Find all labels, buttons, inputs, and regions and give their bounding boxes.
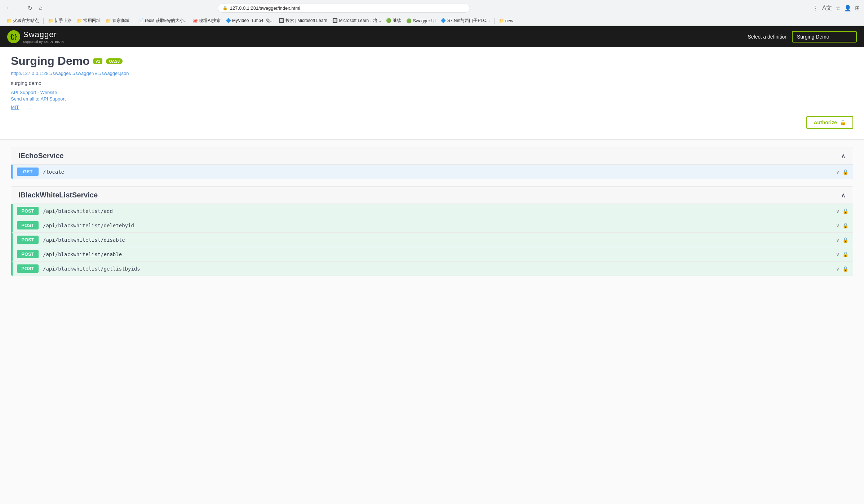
expand-icon-disable: ∨ [836,237,839,243]
api-url-link[interactable]: http://127.0.0.1:281/swagger/../swagger/… [11,71,853,76]
method-post-badge-add: POST [17,207,39,215]
echo-service-title: IEchoService [18,152,64,160]
bookmarks-bar: 📁 火狐官方站点 📁 新手上路 📁 常用网址 📁 京东商城 📄 redis 获取… [0,16,864,26]
bookmark-folder-icon-4: 📁 [106,18,111,23]
bookmark-redis[interactable]: 📄 redis 获取key的大小... [136,17,190,25]
bookmark-folder-icon-3: 📁 [77,18,82,23]
bookmark-microsoft-search[interactable]: 🔲 搜索 | Microsoft Learn [276,17,329,25]
browser-chrome: ← → ↻ ⌂ 🔒 127.0.0.1:281/swagger/index.ht… [0,0,864,26]
bookmark-separator-2 [134,18,134,24]
endpoint-post-getlistbyids[interactable]: POST /api/blackwhitelist/getlistbyids ∨ … [11,262,853,276]
api-sections: IEchoService ∧ GET /locate ∨ 🔒 IBlackWhi… [0,147,864,276]
expand-icon-locate: ∨ [836,169,839,175]
bookmark-star-button[interactable]: ☆ [836,5,841,12]
echo-service-header[interactable]: IEchoService ∧ [11,147,853,165]
bookmark-mita[interactable]: 🐙 秘塔AI搜索 [190,17,222,25]
api-support-website-link[interactable]: API Support - Website [11,90,853,95]
browser-actions: ⋮ A文 ☆ 👤 ⊞ [813,4,860,12]
swagger-logo-text: Swagger [23,30,64,39]
api-title: Surging Demo [11,54,90,68]
lock-icon-locate: 🔒 [842,169,849,175]
expand-icon-deletebyid: ∨ [836,223,839,228]
blackwhitelist-service-header[interactable]: IBlackWhiteListService ∧ [11,187,853,204]
lock-icon-getlistbyids: 🔒 [842,266,849,272]
forward-button[interactable]: → [15,4,23,12]
endpoint-post-add[interactable]: POST /api/blackwhitelist/add ∨ 🔒 [11,204,853,218]
reload-button[interactable]: ↻ [26,4,34,12]
main-divider [0,139,864,140]
swagger-logo: {;} Swagger Supported By SMARTBEAR [7,30,64,44]
blackwhitelist-service-chevron-up-icon: ∧ [841,191,846,199]
address-bar[interactable]: 🔒 127.0.0.1:281/swagger/index.html [218,4,470,13]
swagger-main: Surging Demo V1 OAS3 http://127.0.0.1:28… [0,47,864,139]
api-support-email-link[interactable]: Send email to API Support [11,96,853,102]
swagger-topbar: {;} Swagger Supported By SMARTBEAR Selec… [0,26,864,47]
bookmark-folder-icon-5: 📁 [499,18,504,23]
endpoint-actions-enable: ∨ 🔒 [836,251,849,257]
expand-icon-getlistbyids: ∨ [836,266,839,272]
bookmark-myvideo[interactable]: 🔷 MyVideo_1.mp4_免... [223,17,276,25]
endpoint-path-getlistbyids: /api/blackwhitelist/getlistbyids [43,266,836,272]
bookmark-swagger-ui[interactable]: 🟢 Swagger UI [404,17,438,24]
method-get-badge: GET [17,168,39,176]
lock-icon-deletebyid: 🔒 [842,223,849,228]
lock-icon-enable: 🔒 [842,251,849,257]
definition-select[interactable]: Surging Demo [792,31,857,43]
swagger-logo-text-block: Swagger Supported By SMARTBEAR [23,30,64,44]
api-license-link[interactable]: MIT [11,104,19,110]
bookmark-new[interactable]: 📁 new [497,17,515,24]
bookmark-continue[interactable]: 🟢 继续 [384,17,403,25]
endpoint-path-deletebyid: /api/blackwhitelist/deletebyid [43,223,836,228]
v1-badge: V1 [93,58,102,64]
blackwhitelist-service-title: IBlackWhiteListService [18,191,98,199]
bookmark-folder-icon: 📁 [6,18,12,23]
address-lock-icon: 🔒 [222,5,228,10]
github-icon: 🐙 [192,18,198,23]
echo-service-section: IEchoService ∧ GET /locate ∨ 🔒 [11,147,853,179]
authorize-label: Authorize [814,120,837,125]
bookmark-microsoft-learn[interactable]: 🔲 Microsoft Learn：培... [330,17,383,25]
extensions-button[interactable]: ⋮ [813,5,819,12]
bookmark-firefox[interactable]: 📁 火狐官方站点 [4,17,41,25]
endpoint-post-disable[interactable]: POST /api/blackwhitelist/disable ∨ 🔒 [11,233,853,247]
browser-toolbar: ← → ↻ ⌂ 🔒 127.0.0.1:281/swagger/index.ht… [0,0,864,16]
back-button[interactable]: ← [4,4,12,12]
profile-button[interactable]: 👤 [844,5,851,12]
blackwhitelist-service-section: IBlackWhiteListService ∧ POST /api/black… [11,186,853,276]
endpoint-path-disable: /api/blackwhitelist/disable [43,237,836,243]
api-links: API Support - Website Send email to API … [11,90,853,102]
oas3-badge: OAS3 [106,58,123,64]
lock-icon-disable: 🔒 [842,237,849,243]
bookmark-jd[interactable]: 📁 京东商城 [103,17,132,25]
endpoint-get-locate[interactable]: GET /locate ∨ 🔒 [11,165,853,179]
bookmark-common-urls[interactable]: 📁 常用网址 [75,17,103,25]
echo-service-chevron-up-icon: ∧ [841,152,846,160]
lock-icon-add: 🔒 [842,208,849,214]
method-post-badge-disable: POST [17,236,39,244]
bookmark-separator-1 [43,18,44,24]
authorize-row: Authorize 🔓 [11,110,853,132]
endpoint-path-add: /api/blackwhitelist/add [43,208,836,214]
bookmark-s7net[interactable]: 🔷 S7.Net与西门子PLC... [438,17,492,25]
bookmark-folder-icon-2: 📁 [48,18,53,23]
endpoint-actions-deletebyid: ∨ 🔒 [836,223,849,228]
authorize-lock-icon: 🔓 [840,120,846,125]
endpoint-path-enable: /api/blackwhitelist/enable [43,251,836,257]
menu-button[interactable]: ⊞ [855,5,860,12]
endpoint-post-enable[interactable]: POST /api/blackwhitelist/enable ∨ 🔒 [11,247,853,262]
translate-button[interactable]: A文 [822,4,832,12]
endpoint-actions-getlistbyids: ∨ 🔒 [836,266,849,272]
definition-selector: Select a definition Surging Demo [748,31,857,43]
expand-icon-add: ∨ [836,208,839,214]
method-post-badge-enable: POST [17,250,39,258]
method-post-badge-deletebyid: POST [17,221,39,229]
endpoint-post-deletebyid[interactable]: POST /api/blackwhitelist/deletebyid ∨ 🔒 [11,218,853,233]
endpoint-path-locate: /locate [43,169,836,175]
swagger-logo-icon: {;} [7,30,20,43]
authorize-button[interactable]: Authorize 🔓 [806,116,853,129]
address-text: 127.0.0.1:281/swagger/index.html [230,5,300,11]
method-post-badge-getlistbyids: POST [17,264,39,273]
bookmark-separator-3 [494,18,495,24]
bookmark-newbie[interactable]: 📁 新手上路 [46,17,74,25]
home-button[interactable]: ⌂ [37,4,45,12]
